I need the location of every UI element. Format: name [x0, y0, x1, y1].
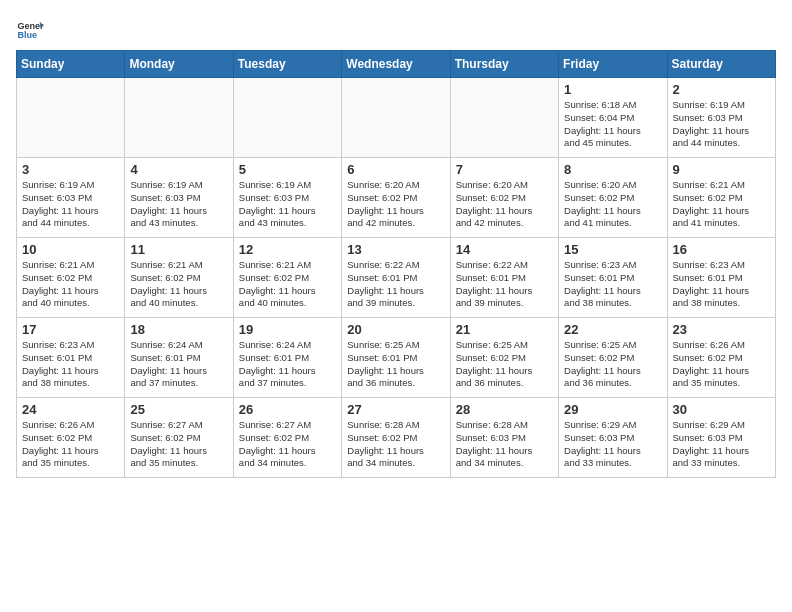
day-number: 26 — [239, 402, 336, 417]
day-info: Sunrise: 6:23 AMSunset: 6:01 PMDaylight:… — [22, 339, 119, 390]
day-number: 2 — [673, 82, 770, 97]
calendar-cell: 2Sunrise: 6:19 AMSunset: 6:03 PMDaylight… — [667, 78, 775, 158]
day-number: 16 — [673, 242, 770, 257]
day-info: Sunrise: 6:22 AMSunset: 6:01 PMDaylight:… — [347, 259, 444, 310]
day-number: 17 — [22, 322, 119, 337]
calendar-cell: 15Sunrise: 6:23 AMSunset: 6:01 PMDayligh… — [559, 238, 667, 318]
day-number: 20 — [347, 322, 444, 337]
day-number: 8 — [564, 162, 661, 177]
calendar-cell: 5Sunrise: 6:19 AMSunset: 6:03 PMDaylight… — [233, 158, 341, 238]
logo-icon: General Blue — [16, 16, 44, 44]
calendar-week-row: 17Sunrise: 6:23 AMSunset: 6:01 PMDayligh… — [17, 318, 776, 398]
calendar-cell: 27Sunrise: 6:28 AMSunset: 6:02 PMDayligh… — [342, 398, 450, 478]
day-info: Sunrise: 6:28 AMSunset: 6:02 PMDaylight:… — [347, 419, 444, 470]
day-info: Sunrise: 6:19 AMSunset: 6:03 PMDaylight:… — [130, 179, 227, 230]
calendar-cell: 30Sunrise: 6:29 AMSunset: 6:03 PMDayligh… — [667, 398, 775, 478]
day-info: Sunrise: 6:28 AMSunset: 6:03 PMDaylight:… — [456, 419, 553, 470]
day-number: 3 — [22, 162, 119, 177]
day-number: 28 — [456, 402, 553, 417]
day-number: 4 — [130, 162, 227, 177]
calendar-cell: 6Sunrise: 6:20 AMSunset: 6:02 PMDaylight… — [342, 158, 450, 238]
day-info: Sunrise: 6:25 AMSunset: 6:02 PMDaylight:… — [564, 339, 661, 390]
day-number: 10 — [22, 242, 119, 257]
day-info: Sunrise: 6:29 AMSunset: 6:03 PMDaylight:… — [673, 419, 770, 470]
day-number: 27 — [347, 402, 444, 417]
calendar-cell: 12Sunrise: 6:21 AMSunset: 6:02 PMDayligh… — [233, 238, 341, 318]
day-info: Sunrise: 6:27 AMSunset: 6:02 PMDaylight:… — [130, 419, 227, 470]
day-number: 19 — [239, 322, 336, 337]
calendar-week-row: 3Sunrise: 6:19 AMSunset: 6:03 PMDaylight… — [17, 158, 776, 238]
calendar-cell: 10Sunrise: 6:21 AMSunset: 6:02 PMDayligh… — [17, 238, 125, 318]
day-number: 30 — [673, 402, 770, 417]
day-number: 18 — [130, 322, 227, 337]
day-info: Sunrise: 6:25 AMSunset: 6:02 PMDaylight:… — [456, 339, 553, 390]
calendar-table: SundayMondayTuesdayWednesdayThursdayFrid… — [16, 50, 776, 478]
day-info: Sunrise: 6:26 AMSunset: 6:02 PMDaylight:… — [22, 419, 119, 470]
day-number: 1 — [564, 82, 661, 97]
calendar-cell: 26Sunrise: 6:27 AMSunset: 6:02 PMDayligh… — [233, 398, 341, 478]
calendar-cell: 23Sunrise: 6:26 AMSunset: 6:02 PMDayligh… — [667, 318, 775, 398]
calendar-cell — [125, 78, 233, 158]
calendar-week-row: 24Sunrise: 6:26 AMSunset: 6:02 PMDayligh… — [17, 398, 776, 478]
weekday-header-wednesday: Wednesday — [342, 51, 450, 78]
day-number: 22 — [564, 322, 661, 337]
day-info: Sunrise: 6:20 AMSunset: 6:02 PMDaylight:… — [456, 179, 553, 230]
calendar-cell — [17, 78, 125, 158]
day-info: Sunrise: 6:24 AMSunset: 6:01 PMDaylight:… — [130, 339, 227, 390]
weekday-header-friday: Friday — [559, 51, 667, 78]
calendar-cell: 18Sunrise: 6:24 AMSunset: 6:01 PMDayligh… — [125, 318, 233, 398]
day-info: Sunrise: 6:20 AMSunset: 6:02 PMDaylight:… — [347, 179, 444, 230]
day-info: Sunrise: 6:21 AMSunset: 6:02 PMDaylight:… — [130, 259, 227, 310]
day-number: 23 — [673, 322, 770, 337]
calendar-week-row: 1Sunrise: 6:18 AMSunset: 6:04 PMDaylight… — [17, 78, 776, 158]
calendar-cell: 19Sunrise: 6:24 AMSunset: 6:01 PMDayligh… — [233, 318, 341, 398]
calendar-cell: 29Sunrise: 6:29 AMSunset: 6:03 PMDayligh… — [559, 398, 667, 478]
day-number: 7 — [456, 162, 553, 177]
day-info: Sunrise: 6:23 AMSunset: 6:01 PMDaylight:… — [673, 259, 770, 310]
calendar-cell: 11Sunrise: 6:21 AMSunset: 6:02 PMDayligh… — [125, 238, 233, 318]
day-info: Sunrise: 6:24 AMSunset: 6:01 PMDaylight:… — [239, 339, 336, 390]
day-number: 15 — [564, 242, 661, 257]
day-info: Sunrise: 6:20 AMSunset: 6:02 PMDaylight:… — [564, 179, 661, 230]
calendar-week-row: 10Sunrise: 6:21 AMSunset: 6:02 PMDayligh… — [17, 238, 776, 318]
calendar-cell: 28Sunrise: 6:28 AMSunset: 6:03 PMDayligh… — [450, 398, 558, 478]
day-number: 21 — [456, 322, 553, 337]
weekday-header-tuesday: Tuesday — [233, 51, 341, 78]
calendar-cell: 17Sunrise: 6:23 AMSunset: 6:01 PMDayligh… — [17, 318, 125, 398]
calendar-cell: 13Sunrise: 6:22 AMSunset: 6:01 PMDayligh… — [342, 238, 450, 318]
calendar-cell: 4Sunrise: 6:19 AMSunset: 6:03 PMDaylight… — [125, 158, 233, 238]
day-number: 24 — [22, 402, 119, 417]
weekday-header-thursday: Thursday — [450, 51, 558, 78]
calendar-cell: 8Sunrise: 6:20 AMSunset: 6:02 PMDaylight… — [559, 158, 667, 238]
day-info: Sunrise: 6:23 AMSunset: 6:01 PMDaylight:… — [564, 259, 661, 310]
day-number: 6 — [347, 162, 444, 177]
calendar-cell: 3Sunrise: 6:19 AMSunset: 6:03 PMDaylight… — [17, 158, 125, 238]
day-info: Sunrise: 6:21 AMSunset: 6:02 PMDaylight:… — [673, 179, 770, 230]
day-number: 5 — [239, 162, 336, 177]
logo: General Blue — [16, 16, 48, 44]
calendar-cell: 7Sunrise: 6:20 AMSunset: 6:02 PMDaylight… — [450, 158, 558, 238]
calendar-cell: 22Sunrise: 6:25 AMSunset: 6:02 PMDayligh… — [559, 318, 667, 398]
day-info: Sunrise: 6:19 AMSunset: 6:03 PMDaylight:… — [22, 179, 119, 230]
day-info: Sunrise: 6:21 AMSunset: 6:02 PMDaylight:… — [239, 259, 336, 310]
weekday-header-monday: Monday — [125, 51, 233, 78]
day-number: 29 — [564, 402, 661, 417]
day-number: 9 — [673, 162, 770, 177]
day-info: Sunrise: 6:25 AMSunset: 6:01 PMDaylight:… — [347, 339, 444, 390]
day-info: Sunrise: 6:21 AMSunset: 6:02 PMDaylight:… — [22, 259, 119, 310]
calendar-cell: 25Sunrise: 6:27 AMSunset: 6:02 PMDayligh… — [125, 398, 233, 478]
day-number: 13 — [347, 242, 444, 257]
day-info: Sunrise: 6:19 AMSunset: 6:03 PMDaylight:… — [239, 179, 336, 230]
weekday-header-sunday: Sunday — [17, 51, 125, 78]
day-info: Sunrise: 6:22 AMSunset: 6:01 PMDaylight:… — [456, 259, 553, 310]
day-number: 12 — [239, 242, 336, 257]
calendar-cell — [233, 78, 341, 158]
day-number: 14 — [456, 242, 553, 257]
day-number: 25 — [130, 402, 227, 417]
calendar-cell: 16Sunrise: 6:23 AMSunset: 6:01 PMDayligh… — [667, 238, 775, 318]
weekday-header-saturday: Saturday — [667, 51, 775, 78]
day-info: Sunrise: 6:26 AMSunset: 6:02 PMDaylight:… — [673, 339, 770, 390]
day-info: Sunrise: 6:19 AMSunset: 6:03 PMDaylight:… — [673, 99, 770, 150]
calendar-cell: 1Sunrise: 6:18 AMSunset: 6:04 PMDaylight… — [559, 78, 667, 158]
calendar-cell: 21Sunrise: 6:25 AMSunset: 6:02 PMDayligh… — [450, 318, 558, 398]
